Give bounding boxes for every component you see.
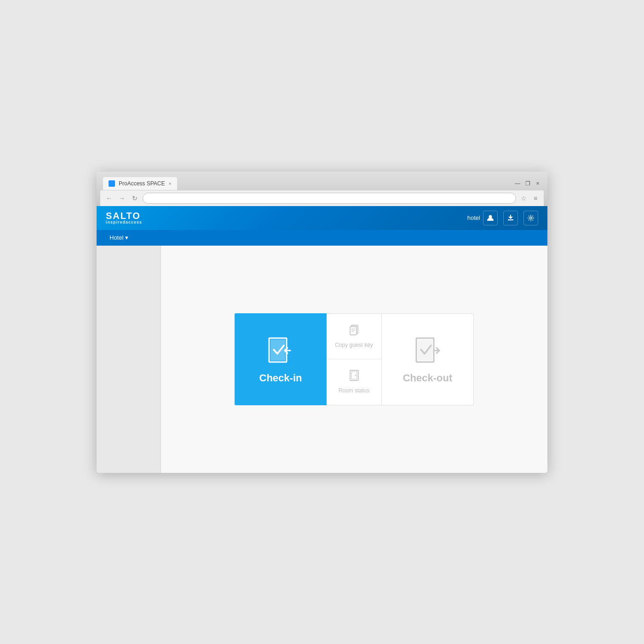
user-icon [487,214,494,222]
browser-titlebar: ProAccess SPACE × — ❐ × [100,175,544,190]
refresh-button[interactable]: ↻ [130,193,140,203]
checkout-door-icon [412,334,444,367]
logo-inspired: inspired [106,220,126,224]
settings-icon-button[interactable] [523,211,538,225]
address-bar[interactable] [143,193,516,204]
back-button[interactable]: ← [104,193,114,203]
header-username: hotel [467,214,480,221]
logo-tagline: inspiredaccess [106,220,142,224]
app-nav: Hotel ▾ [97,230,547,246]
tab-title: ProAccess SPACE [119,180,165,187]
window-restore-button[interactable]: ❐ [524,180,531,187]
room-status-label: Room status [339,387,369,395]
copy-guest-key-item[interactable]: Copy guest key [327,314,381,360]
side-panel: Copy guest key [327,313,382,405]
nav-hotel[interactable]: Hotel ▾ [104,231,134,244]
window-minimize-button[interactable]: — [514,180,521,187]
svg-rect-3 [510,215,511,218]
download-icon-button[interactable] [503,211,518,225]
main-content: Check-in [161,246,547,473]
browser-tab[interactable]: ProAccess SPACE × [103,177,177,190]
logo-salto-text: SALTO [106,211,142,220]
header-right: hotel [467,211,538,225]
header-user: hotel [467,211,498,225]
svg-point-4 [530,217,532,219]
sidebar [97,246,161,473]
checkout-door-svg [412,334,444,367]
browser-window: ProAccess SPACE × — ❐ × ← → ↻ ☆ ≡ SALTO [97,172,547,473]
browser-toolbar: ← → ↻ ☆ ≡ [100,190,544,206]
menu-icon[interactable]: ≡ [531,194,540,203]
svg-rect-9 [350,327,356,335]
checkout-label: Check-out [403,372,453,384]
app-content: Check-in [97,246,547,473]
app-header: SALTO inspiredaccess hotel [97,206,547,230]
checkin-tile[interactable]: Check-in [235,313,327,405]
checkin-door-svg [264,334,297,367]
nav-hotel-label: Hotel [109,234,123,241]
settings-icon [527,214,535,222]
copy-key-icon [348,323,361,339]
star-icon[interactable]: ☆ [519,194,528,203]
svg-point-15 [355,375,356,376]
checkin-label: Check-in [259,372,302,384]
browser-chrome: ProAccess SPACE × — ❐ × ← → ↻ ☆ ≡ [97,172,547,206]
svg-rect-17 [418,339,432,361]
svg-rect-6 [270,339,285,361]
room-status-item[interactable]: Room status [327,359,381,405]
svg-rect-1 [508,219,513,220]
user-icon-button[interactable] [483,211,498,225]
window-controls: — ❐ × [514,180,541,187]
window-close-button[interactable]: × [535,180,541,187]
room-status-icon [348,369,360,385]
tab-close-button[interactable]: × [168,181,171,186]
checkin-door-icon [264,334,297,367]
copy-guest-key-label: Copy guest key [335,342,373,349]
nav-hotel-dropdown-icon: ▾ [125,234,128,241]
forward-button[interactable]: → [117,193,127,203]
app-logo: SALTO inspiredaccess [106,211,142,224]
copy-icon-svg [348,323,361,336]
room-status-svg [348,369,360,382]
tab-favicon [109,180,115,187]
logo-access: access [126,220,142,224]
toolbar-actions: ☆ ≡ [519,194,540,203]
download-icon [507,214,514,222]
app-container: SALTO inspiredaccess hotel [97,206,547,473]
checkout-tile[interactable]: Check-out [382,313,474,405]
hotel-menu: Check-in [235,313,474,405]
